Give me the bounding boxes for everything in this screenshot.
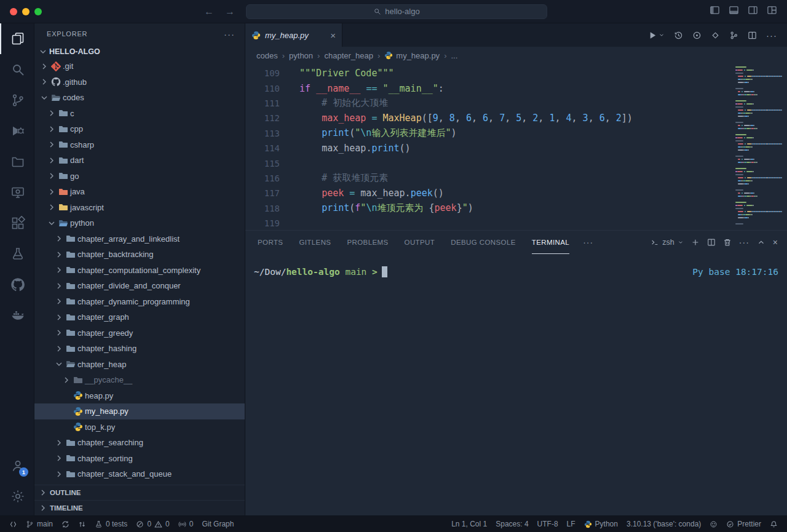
status-eol[interactable]: LF <box>563 516 580 532</box>
activity-remote-explorer[interactable] <box>0 177 34 208</box>
tree-item-heap-py[interactable]: heap.py <box>34 388 245 404</box>
status-git-graph[interactable]: Git Graph <box>197 516 238 532</box>
tree-item-top-k-py[interactable]: top_k.py <box>34 419 245 435</box>
explorer-more-actions-button[interactable]: ··· <box>224 29 235 39</box>
tree-item-chapter-searching[interactable]: chapter_searching <box>34 435 245 451</box>
tab-my-heap-py[interactable]: my_heap.py × <box>245 23 342 47</box>
section-timeline[interactable]: TIMELINE <box>34 500 245 515</box>
breadcrumb-item-chapter-heap[interactable]: chapter_heap <box>324 51 373 60</box>
toggle-primary-sidebar-button[interactable] <box>710 5 720 18</box>
panel-more-tabs-button[interactable]: ··· <box>583 237 593 247</box>
tree-item-chapter-backtracking[interactable]: chapter_backtracking <box>34 247 245 263</box>
panel-tab-output[interactable]: OUTPUT <box>405 231 435 254</box>
status-language-mode[interactable]: Python <box>580 516 622 532</box>
activity-source-control[interactable] <box>0 85 34 116</box>
open-changes-button[interactable] <box>692 31 702 40</box>
close-panel-button[interactable]: × <box>773 237 778 247</box>
tree-item-my-heap-py[interactable]: my_heap.py <box>34 403 245 419</box>
more-actions-button[interactable]: ··· <box>766 30 777 41</box>
status-remote-indicator[interactable] <box>5 516 22 532</box>
activity-project-manager[interactable] <box>0 146 34 177</box>
tree-item-git[interactable]: .git <box>34 58 245 74</box>
status-cursor-position[interactable]: Ln 1, Col 1 <box>447 516 491 532</box>
section-outline[interactable]: OUTLINE <box>34 485 245 500</box>
panel-tab-ports[interactable]: PORTS <box>258 231 283 254</box>
status-ports[interactable]: 0 <box>174 516 198 532</box>
tree-item-chapter-hashing[interactable]: chapter_hashing <box>34 341 245 357</box>
split-terminal-button[interactable] <box>707 238 716 247</box>
activity-settings[interactable] <box>0 481 34 512</box>
tree-item-chapter-greedy[interactable]: chapter_greedy <box>34 325 245 341</box>
tree-item-javascript[interactable]: javascript <box>34 200 245 216</box>
tree-item-python[interactable]: python <box>34 215 245 231</box>
tree-item-chapter-heap[interactable]: chapter_heap <box>34 357 245 373</box>
commit-graph-button[interactable] <box>729 31 738 40</box>
status-git-branch[interactable]: main <box>22 516 57 532</box>
breadcrumb-item-item[interactable]: ... <box>451 51 457 60</box>
status-feedback[interactable] <box>705 516 722 532</box>
status-git-sync[interactable] <box>57 516 74 532</box>
activity-explorer[interactable] <box>0 23 34 54</box>
zoom-window-button[interactable] <box>34 8 42 15</box>
status-problems[interactable]: 00 <box>132 516 173 532</box>
toggle-panel-button[interactable] <box>729 5 739 18</box>
status-gitlens-compare[interactable] <box>74 516 90 532</box>
run-python-file-button[interactable] <box>648 31 665 40</box>
activity-docker[interactable] <box>0 300 34 331</box>
panel-tab-debug-console[interactable]: DEBUG CONSOLE <box>451 231 516 254</box>
tree-item-codes[interactable]: codes <box>34 90 245 106</box>
tree-item-chapter-computational-complexity[interactable]: chapter_computational_complexity <box>34 263 245 279</box>
activity-testing[interactable] <box>0 239 34 269</box>
tree-item-github[interactable]: .github <box>34 74 245 90</box>
terminal[interactable]: ~/Dow/hello-algo main > Py base 18:17:16 <box>245 254 787 515</box>
minimap[interactable] <box>735 66 782 226</box>
panel-more-actions-button[interactable]: ··· <box>739 237 749 247</box>
tree-item-chapter-stack-and-queue[interactable]: chapter_stack_and_queue <box>34 466 245 482</box>
forward-icon[interactable]: → <box>225 6 235 17</box>
minimize-window-button[interactable] <box>22 8 30 15</box>
gitlens-changes-button[interactable] <box>711 31 720 40</box>
file-history-button[interactable] <box>674 31 683 40</box>
activity-accounts[interactable]: 1 <box>0 450 34 481</box>
command-center-search[interactable]: hello-algo <box>246 4 547 19</box>
tree-item-chapter-sorting[interactable]: chapter_sorting <box>34 451 245 467</box>
shell-picker-button[interactable]: zsh <box>651 238 683 247</box>
split-editor-button[interactable] <box>748 31 757 40</box>
breadcrumb-item-python[interactable]: python <box>289 51 313 60</box>
status-indentation[interactable]: Spaces: 4 <box>491 516 532 532</box>
tree-item-pycache[interactable]: __pycache__ <box>34 372 245 388</box>
status-encoding[interactable]: UTF-8 <box>533 516 563 532</box>
code-editor[interactable]: 109"""Driver Code"""110if __name__ == "_… <box>245 64 787 230</box>
kill-terminal-button[interactable] <box>723 238 732 247</box>
close-window-button[interactable] <box>10 8 17 15</box>
new-terminal-button[interactable] <box>691 238 700 247</box>
tree-item-chapter-array-and-linkedlist[interactable]: chapter_array_and_linkedlist <box>34 231 245 247</box>
breadcrumb-item-codes[interactable]: codes <box>256 51 278 60</box>
status-prettier[interactable]: Prettier <box>722 516 765 532</box>
panel-tab-problems[interactable]: PROBLEMS <box>347 231 388 254</box>
status-notifications[interactable] <box>765 516 782 532</box>
tree-item-chapter-graph[interactable]: chapter_graph <box>34 309 245 325</box>
panel-tab-terminal[interactable]: TERMINAL <box>532 231 569 254</box>
tree-item-chapter-divide-and-conquer[interactable]: chapter_divide_and_conquer <box>34 278 245 294</box>
tree-item-java[interactable]: java <box>34 184 245 200</box>
activity-run-debug[interactable] <box>0 116 34 146</box>
tree-item-csharp[interactable]: csharp <box>34 137 245 153</box>
back-icon[interactable]: ← <box>204 6 214 17</box>
toggle-secondary-sidebar-button[interactable] <box>748 5 758 18</box>
status-python-interpreter[interactable]: 3.10.13 ('base': conda) <box>622 516 705 532</box>
activity-search[interactable] <box>0 54 34 85</box>
status-tests[interactable]: 0 tests <box>90 516 132 532</box>
activity-github[interactable] <box>0 269 34 300</box>
tree-item-cpp[interactable]: cpp <box>34 121 245 137</box>
panel-tab-gitlens[interactable]: GITLENS <box>299 231 331 254</box>
close-tab-icon[interactable]: × <box>330 31 336 40</box>
tree-item-chapter-dynamic-programming[interactable]: chapter_dynamic_programming <box>34 294 245 310</box>
tree-item-dart[interactable]: dart <box>34 153 245 169</box>
tree-root-folder[interactable]: HELLO-ALGO <box>34 44 245 58</box>
maximize-panel-button[interactable] <box>757 238 765 247</box>
activity-extensions[interactable] <box>0 208 34 239</box>
tree-item-go[interactable]: go <box>34 169 245 185</box>
breadcrumb-item-my-heap-py[interactable]: my_heap.py <box>384 51 440 60</box>
customize-layout-button[interactable] <box>767 5 777 18</box>
